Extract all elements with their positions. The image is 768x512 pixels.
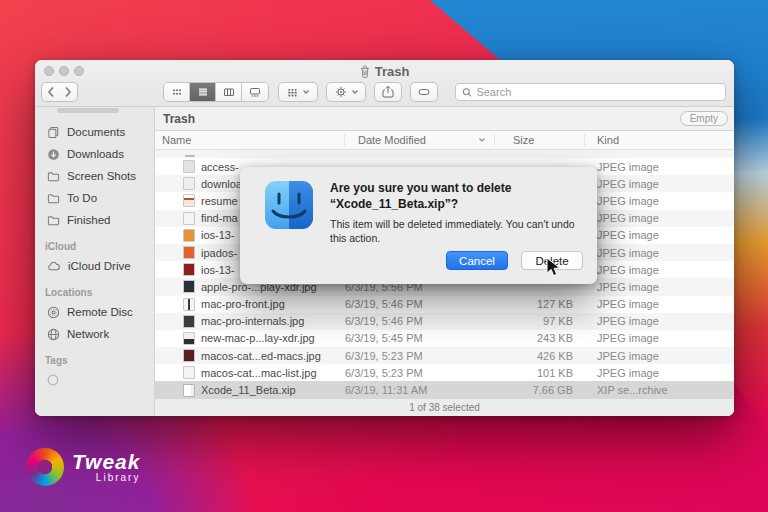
group-by-button[interactable] [278, 82, 318, 102]
file-thumbnail-icon [183, 366, 195, 379]
column-header-date-modified[interactable]: Date Modified [345, 134, 495, 146]
file-kind: JPEG image [585, 281, 734, 293]
sidebar-item-label: Documents [67, 126, 125, 138]
file-thumbnail-icon [183, 229, 195, 242]
disc-icon [47, 306, 60, 319]
file-date-modified: 6/3/19, 5:23 PM [345, 350, 495, 362]
sidebar-item-downloads[interactable]: Downloads [35, 143, 154, 165]
chevron-down-icon [302, 89, 310, 95]
cancel-button[interactable]: Cancel [446, 251, 508, 270]
sidebar-item-icloud-drive[interactable]: iCloud Drive [35, 255, 154, 277]
cloud-icon [47, 260, 61, 273]
folder-icon [47, 170, 60, 183]
title-bar[interactable]: Trash [35, 60, 734, 80]
file-size: 426 KB [495, 350, 585, 362]
partially-scrolled-row [155, 150, 734, 158]
table-row[interactable]: macos-cat...mac-list.jpg 6/3/19, 5:23 PM… [155, 364, 734, 381]
logo-sub-text: Library [72, 473, 140, 483]
file-date-modified: 6/3/19, 5:45 PM [345, 332, 495, 344]
sidebar-section-header: Locations [35, 277, 154, 301]
chevron-down-icon [351, 89, 359, 95]
action-gear-button[interactable] [326, 82, 366, 102]
tweak-logo-swirl-icon [26, 448, 64, 486]
view-mode-control [163, 82, 269, 102]
table-row[interactable]: mac-pro-front.jpg 6/3/19, 5:46 PM 127 KB… [155, 296, 734, 313]
file-kind: JPEG image [585, 350, 734, 362]
back-button[interactable] [41, 82, 60, 102]
file-thumbnail-icon [183, 246, 195, 259]
file-size: 127 KB [495, 298, 585, 310]
logo-brand-text: Tweak [72, 451, 140, 472]
sidebar-item-label: Network [67, 328, 109, 340]
tag-circle-icon [47, 374, 59, 386]
column-headers: Name Date Modified Size Kind [155, 131, 734, 150]
search-input[interactable] [476, 86, 719, 98]
file-kind: JPEG image [585, 247, 734, 259]
file-kind: JPEG image [585, 229, 734, 241]
sidebar-item-remote-disc[interactable]: Remote Disc [35, 301, 154, 323]
file-kind: JPEG image [585, 315, 734, 327]
file-kind: JPEG image [585, 161, 734, 173]
sidebar: DocumentsDownloadsScreen ShotsTo DoFinis… [35, 107, 155, 416]
sidebar-item-label: Downloads [67, 148, 124, 160]
mouse-cursor [546, 257, 561, 278]
file-thumbnail-icon [183, 177, 195, 190]
file-kind: JPEG image [585, 332, 734, 344]
folder-icon [47, 214, 60, 227]
file-thumbnail-icon [183, 280, 195, 293]
sidebar-item-documents[interactable]: Documents [35, 121, 154, 143]
file-kind: JPEG image [585, 195, 734, 207]
file-name: new-mac-p...lay-xdr.jpg [201, 332, 345, 344]
sidebar-item-finished[interactable]: Finished [35, 209, 154, 231]
sidebar-item-screen-shots[interactable]: Screen Shots [35, 165, 154, 187]
file-thumbnail-icon [183, 332, 195, 345]
file-name: macos-cat...ed-macs.jpg [201, 350, 345, 362]
file-name: mac-pro-front.jpg [201, 298, 345, 310]
icon-view-button[interactable] [164, 83, 190, 101]
file-kind: JPEG image [585, 178, 734, 190]
list-view-button[interactable] [190, 83, 216, 101]
file-thumbnail-icon [183, 384, 195, 397]
column-header-name[interactable]: Name [162, 134, 345, 146]
search-field[interactable] [455, 83, 726, 101]
table-row[interactable]: Xcode_11_Beta.xip 6/3/19, 11:31 AM 7.66 … [155, 381, 734, 398]
file-kind: XIP se...rchive [585, 384, 734, 396]
column-header-kind[interactable]: Kind [585, 134, 734, 146]
sidebar-section-header: Tags [35, 345, 154, 369]
selection-status: 1 of 38 selected [409, 402, 480, 413]
finder-icon [264, 180, 314, 230]
table-row[interactable]: macos-cat...ed-macs.jpg 6/3/19, 5:23 PM … [155, 347, 734, 364]
column-header-size[interactable]: Size [495, 134, 585, 146]
sidebar-item-label: Screen Shots [67, 170, 136, 182]
folder-icon [47, 192, 60, 205]
file-thumbnail-icon [183, 194, 195, 207]
table-row[interactable]: mac-pro-internals.jpg 6/3/19, 5:46 PM 97… [155, 313, 734, 330]
sidebar-item-tag[interactable] [35, 369, 154, 391]
file-size: 7.66 GB [495, 384, 585, 396]
file-thumbnail-icon [183, 315, 195, 328]
search-icon [462, 87, 472, 98]
file-size: 243 KB [495, 332, 585, 344]
sidebar-item-network[interactable]: Network [35, 323, 154, 345]
dialog-message: This item will be deleted immediately. Y… [330, 218, 584, 245]
window-chrome: Trash [35, 60, 734, 107]
downloads-icon [47, 148, 60, 161]
status-bar: 1 of 38 selected [155, 398, 734, 416]
file-kind: JPEG image [585, 367, 734, 379]
file-thumbnail-icon [183, 212, 195, 225]
file-kind: JPEG image [585, 298, 734, 310]
file-thumbnail-icon [183, 349, 195, 362]
trash-icon [360, 65, 370, 78]
dialog-title: Are you sure you want to delete “Xcode_1… [330, 181, 584, 212]
file-date-modified: 6/3/19, 5:46 PM [345, 298, 495, 310]
gallery-view-button[interactable] [242, 83, 268, 101]
forward-button[interactable] [59, 82, 78, 102]
file-date-modified: 6/3/19, 11:31 AM [345, 384, 495, 396]
sidebar-item-to-do[interactable]: To Do [35, 187, 154, 209]
file-date-modified: 6/3/19, 5:46 PM [345, 315, 495, 327]
table-row[interactable]: new-mac-p...lay-xdr.jpg 6/3/19, 5:45 PM … [155, 330, 734, 347]
share-button[interactable] [374, 82, 402, 102]
empty-trash-button[interactable]: Empty [680, 111, 728, 126]
column-view-button[interactable] [216, 83, 242, 101]
tag-button[interactable] [410, 82, 438, 102]
